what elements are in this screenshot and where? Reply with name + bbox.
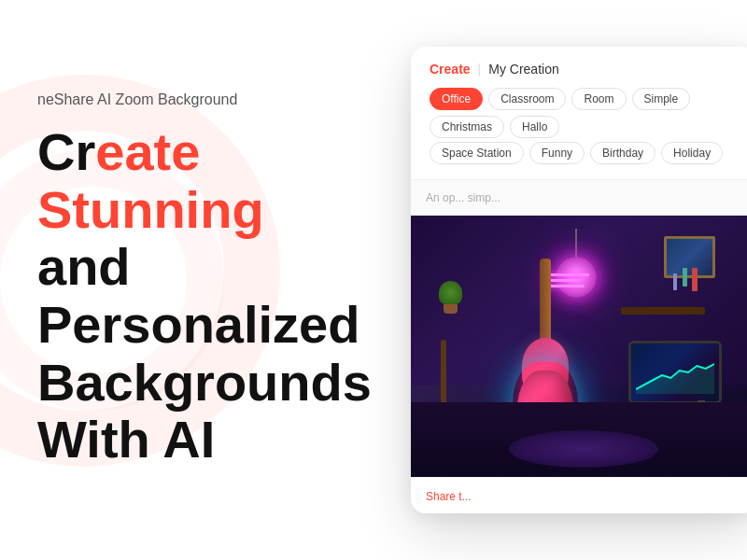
- app-label: neShare AI Zoom Background: [37, 91, 430, 108]
- tag-row-2: Space Station Funny Birthday Holiday: [430, 142, 738, 164]
- textarea-placeholder-text: An op... simp...: [426, 191, 500, 204]
- tag-christmas[interactable]: Christmas: [430, 116, 504, 138]
- guitar-left-neck: [441, 340, 446, 410]
- headline-prefix-2: an: [37, 237, 98, 296]
- share-link[interactable]: Share t...: [426, 490, 472, 503]
- tag-simple[interactable]: Simple: [632, 88, 691, 110]
- tag-space-station[interactable]: Space Station: [430, 142, 524, 164]
- scene-image: [411, 216, 747, 477]
- card-header: Create | My Creation Office Classroom Ro…: [411, 47, 747, 180]
- headline-line2: and Personalized: [37, 238, 430, 353]
- monitor-graph: [636, 361, 714, 394]
- monitor-screen: [631, 343, 719, 401]
- headline-line1: Create Stunning: [37, 123, 430, 238]
- shelf-book-3: [673, 273, 677, 290]
- wall-painting: [664, 236, 715, 278]
- tag-hallo[interactable]: Hallo: [510, 116, 559, 138]
- room-scene: [411, 216, 747, 477]
- shelf-book-2: [683, 268, 687, 287]
- prompt-textarea-area[interactable]: An op... simp...: [411, 180, 747, 216]
- card-footer: Share t...: [411, 477, 747, 513]
- lamp-cord: [575, 229, 577, 257]
- tab-create[interactable]: Create: [430, 62, 471, 77]
- tag-row-1: Office Classroom Room Simple Christmas H…: [430, 88, 738, 138]
- headline: Create Stunning and Personalized Backgro…: [37, 123, 430, 469]
- svg-marker-0: [636, 364, 714, 394]
- ui-card: Create | My Creation Office Classroom Ro…: [411, 47, 747, 513]
- headline-line3: Backgrounds With AI: [37, 354, 430, 469]
- room-plant: [439, 281, 462, 314]
- room-rug: [509, 430, 658, 468]
- monitor-graph-svg: [636, 361, 714, 394]
- left-section: neShare AI Zoom Background Create Stunni…: [37, 0, 430, 560]
- tag-classroom[interactable]: Classroom: [488, 88, 566, 110]
- right-section: Create | My Creation Office Classroom Ro…: [411, 47, 747, 513]
- wall-shelf: [621, 307, 705, 315]
- tag-birthday[interactable]: Birthday: [590, 142, 655, 164]
- tab-my-creation[interactable]: My Creation: [488, 62, 558, 77]
- plant-leaves: [439, 281, 462, 304]
- headline-prefix-1: Cr: [37, 122, 95, 181]
- headline-prefix-3: Ba: [37, 353, 105, 412]
- tag-office[interactable]: Office: [430, 88, 483, 110]
- tag-room[interactable]: Room: [571, 88, 626, 110]
- plant-pot: [444, 304, 458, 314]
- tab-divider: |: [478, 62, 482, 77]
- tag-holiday[interactable]: Holiday: [661, 142, 723, 164]
- shelf-book-1: [692, 268, 698, 291]
- monitor: [628, 341, 722, 404]
- card-tabs: Create | My Creation: [430, 62, 738, 77]
- tag-funny[interactable]: Funny: [529, 142, 585, 164]
